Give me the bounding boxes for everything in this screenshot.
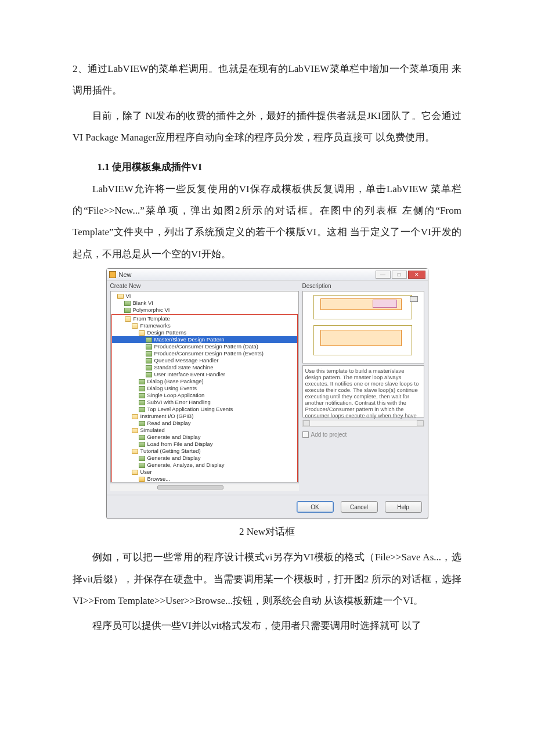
folder-icon: [139, 477, 145, 482]
scroll-left-icon[interactable]: [303, 420, 310, 426]
dialog-buttons: OK Cancel Help: [107, 498, 428, 519]
tree-label: User: [140, 469, 152, 476]
vi-icon: [139, 379, 145, 384]
maximize-button[interactable]: □: [392, 271, 407, 279]
vi-icon: [124, 308, 131, 313]
add-to-project-checkbox[interactable]: [302, 431, 309, 438]
new-dialog: New — □ ✕ Create New VI Blank VI Polymor…: [106, 268, 428, 519]
divider: [107, 495, 428, 495]
tree-pc-data[interactable]: Producer/Consumer Design Pattern (Data): [112, 343, 297, 350]
tree-polymorphic[interactable]: Polymorphic VI: [111, 307, 298, 314]
tree-design-patterns[interactable]: Design Patterns: [112, 329, 297, 336]
tree-label: Dialog (Base Package): [147, 378, 204, 385]
tree-label: Queued Message Handler: [154, 357, 219, 364]
vi-icon: [146, 351, 152, 357]
paragraph-3: LabVIEW允许将一些反复使用的VI保存成模板供反复调用，单击LabVIEW …: [73, 178, 461, 265]
minimize-button[interactable]: —: [376, 271, 391, 279]
folder-icon: [132, 428, 138, 433]
vi-icon: [139, 421, 145, 426]
tree-gen-display[interactable]: Generate and Display: [112, 434, 297, 441]
tree-label: Blank VI: [133, 300, 153, 307]
tree-simulated[interactable]: Simulated: [112, 427, 297, 434]
help-button[interactable]: Help: [385, 501, 422, 513]
tree-tutorial[interactable]: Tutorial (Getting Started): [112, 448, 297, 455]
tree-subvi-err[interactable]: SubVI with Error Handling: [112, 399, 297, 406]
tree-uievent[interactable]: User Interface Event Handler: [112, 371, 297, 378]
tree-label: Generate and Display: [147, 455, 201, 462]
create-new-label: Create New: [110, 283, 299, 289]
tree-label: SubVI with Error Handling: [147, 399, 211, 406]
tree-label: Single Loop Application: [147, 392, 205, 399]
tree-label: Dialog Using Events: [147, 385, 197, 392]
folder-icon: [117, 294, 124, 299]
tree-blank-vi[interactable]: Blank VI: [111, 300, 298, 307]
tree-label: Tutorial (Getting Started): [140, 448, 201, 455]
paragraph-5: 程序员可以提供一些VI并以vit格式发布，使用者只需要调用时选择就可 以了: [73, 615, 461, 636]
folder-icon: [132, 470, 138, 475]
horizontal-scrollbar[interactable]: [110, 484, 299, 491]
scroll-right-icon[interactable]: [417, 420, 424, 426]
description-label: Description: [302, 283, 424, 289]
vi-icon: [139, 463, 145, 468]
tree-dialog-events[interactable]: Dialog Using Events: [112, 385, 297, 392]
tree-label: Producer/Consumer Design Pattern (Events…: [154, 350, 264, 357]
tree-from-template[interactable]: From Template: [112, 315, 297, 322]
heading-1-1: 1.1 使用模板集成插件VI: [73, 160, 461, 174]
paragraph-2: 目前，除了 NI发布的收费的插件之外，最好的插件提供者就是JKI团队了。它会通过…: [73, 105, 461, 149]
tree-pc-events[interactable]: Producer/Consumer Design Pattern (Events…: [112, 350, 297, 357]
vi-icon: [139, 442, 145, 447]
tree-label: Design Patterns: [147, 329, 187, 336]
tree-label: Frameworks: [140, 322, 171, 329]
tree-read-display[interactable]: Read and Display: [112, 420, 297, 427]
tree-frameworks[interactable]: Frameworks: [112, 322, 297, 329]
tree-gen-display2[interactable]: Generate and Display: [112, 455, 297, 462]
add-to-project-row: Add to project: [302, 431, 424, 438]
tree-label: Top Level Application Using Events: [147, 406, 233, 413]
vi-icon: [146, 365, 152, 370]
tree-single-loop[interactable]: Single Loop Application: [112, 392, 297, 399]
tree-label: Browse...: [147, 476, 171, 483]
tree-queued[interactable]: Queued Message Handler: [112, 357, 297, 364]
tree-label: Polymorphic VI: [133, 307, 170, 314]
figure-caption: 2 New对话框: [73, 525, 461, 538]
vi-icon: [146, 344, 152, 350]
tree-top-level[interactable]: Top Level Application Using Events: [112, 406, 297, 413]
tree-gen-analyze[interactable]: Generate, Analyze, and Display: [112, 462, 297, 469]
tree-label: Load from File and Display: [147, 441, 213, 448]
titlebar: New — □ ✕: [107, 269, 428, 280]
tree-load-file[interactable]: Load from File and Display: [112, 441, 297, 448]
app-icon: [109, 271, 116, 278]
folder-icon: [132, 449, 138, 454]
tree-label: Master/Slave Design Pattern: [154, 336, 225, 343]
folder-icon: [125, 316, 131, 322]
tree-label: VI: [126, 293, 131, 300]
vi-icon: [139, 435, 145, 440]
tree-label: Standard State Machine: [154, 364, 214, 371]
tree-vi[interactable]: VI: [111, 293, 298, 300]
tree-instrument[interactable]: Instrument I/O (GPIB): [112, 413, 297, 420]
vi-icon: [139, 407, 145, 412]
paragraph-4: 例如，可以把一些常用的程序设计模式vi另存为VI模板的格式（File>>Save…: [73, 546, 461, 611]
ok-button[interactable]: OK: [297, 501, 334, 513]
cancel-button[interactable]: Cancel: [341, 501, 378, 513]
vi-icon: [146, 372, 152, 377]
tree-user[interactable]: User: [112, 469, 297, 476]
tree-label: Producer/Consumer Design Pattern (Data): [154, 343, 259, 350]
folder-icon: [132, 323, 138, 329]
folder-icon: [139, 330, 145, 336]
tree-label: From Template: [134, 315, 170, 322]
tree-browse[interactable]: Browse...: [112, 476, 297, 483]
tree-dialog-base[interactable]: Dialog (Base Package): [112, 378, 297, 385]
tree-label: Simulated: [140, 427, 165, 434]
vi-icon: [139, 393, 145, 398]
desc-scrollbar[interactable]: [302, 420, 424, 427]
folder-icon: [132, 414, 138, 419]
vi-icon: [124, 301, 131, 306]
tree-master-slave[interactable]: Master/Slave Design Pattern: [112, 336, 297, 343]
close-button[interactable]: ✕: [408, 271, 425, 279]
template-tree[interactable]: VI Blank VI Polymorphic VI From Template…: [110, 291, 299, 483]
tree-label: Instrument I/O (GPIB): [140, 413, 194, 420]
vi-icon: [146, 337, 152, 343]
tree-label: User Interface Event Handler: [154, 371, 226, 378]
tree-ssm[interactable]: Standard State Machine: [112, 364, 297, 371]
